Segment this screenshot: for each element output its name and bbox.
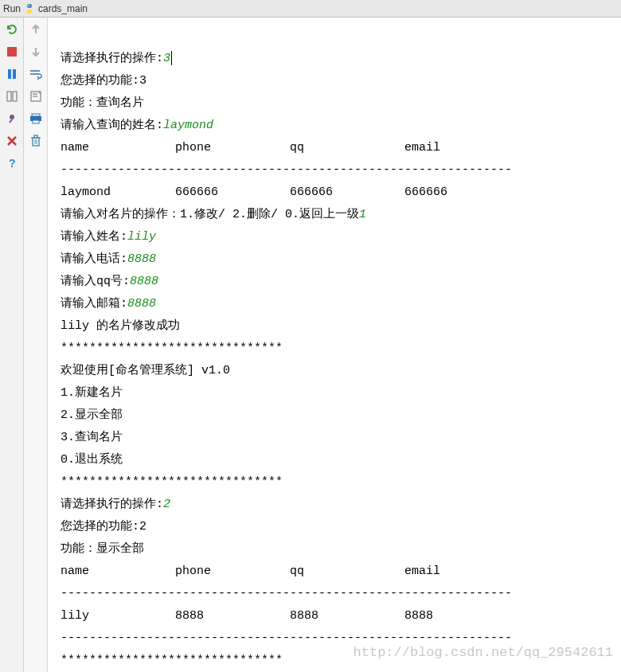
console-line: 您选择的功能:2 [61,516,615,538]
help-button[interactable]: ? [5,156,19,170]
console-prompt-text: name phone qq email [61,565,440,578]
run-toolbar-secondary [24,18,48,672]
console-line: lily 的名片修改成功 [61,315,615,338]
svg-rect-5 [8,69,11,79]
console-line: 功能：显示全部 [61,538,615,561]
svg-rect-1 [27,10,32,14]
scroll-to-end-button[interactable] [29,89,43,104]
console-user-input: laymond [163,119,213,132]
console-prompt-text: ******************************* [61,342,283,355]
console-prompt-text: 1.新建名片 [61,386,123,400]
soft-wrap-button[interactable] [29,67,43,81]
console-prompt-text: 请输入查询的姓名: [61,119,163,132]
console-prompt-text: ******************************* [61,654,283,667]
console-line: 0.退出系统 [61,449,615,471]
pin-button[interactable] [5,111,19,126]
svg-rect-24 [34,135,37,138]
python-file-icon [24,3,35,14]
up-arrow-button[interactable] [29,22,43,37]
pause-button[interactable] [5,67,19,81]
svg-rect-19 [32,114,40,116]
console-line: 您选择的功能:3 [61,70,615,92]
console-line: 请输入查询的姓名:laymond [61,115,615,137]
console-prompt-text: name phone qq email [61,141,440,154]
console-prompt-text: 欢迎使用[命名管理系统] v1.0 [61,364,230,377]
console-line: ******************************* [61,650,615,672]
svg-rect-21 [33,120,39,123]
console-prompt-text: laymond 666666 666666 666666 [61,186,447,199]
console-line: 请选择执行的操作:2 [61,494,615,516]
run-tab-bar: Run cards_main [0,0,621,18]
console-prompt-text: 请输入邮箱: [61,297,127,311]
console-prompt-text: 2.显示全部 [61,408,123,422]
svg-point-9 [10,115,14,119]
console-user-input: 2 [163,498,170,511]
console-user-input: 8888 [130,275,158,288]
svg-rect-8 [13,92,17,101]
console-prompt-text: 0.退出系统 [61,453,123,467]
console-output[interactable]: 请选择执行的操作:3您选择的功能:3功能：查询名片请输入查询的姓名:laymon… [48,18,621,672]
console-line: ******************************* [61,338,615,360]
console-line: name phone qq email [61,561,615,583]
console-prompt-text: 3.查询名片 [61,431,123,444]
console-line: 1.新建名片 [61,382,615,404]
console-line: ----------------------------------------… [61,583,615,605]
console-prompt-text: 请输入姓名: [61,230,127,244]
console-line: 请输入邮箱:8888 [61,293,615,315]
svg-rect-22 [33,138,39,146]
rerun-button[interactable] [5,22,19,37]
stop-button[interactable] [5,45,19,59]
console-user-input: lily [127,230,156,244]
svg-rect-7 [7,92,11,101]
console-prompt-text: 请输入qq号: [61,275,130,288]
console-line: 2.显示全部 [61,404,615,427]
console-prompt-text: lily 8888 8888 8888 [61,609,433,623]
console-line: 3.查询名片 [61,427,615,449]
console-line: ----------------------------------------… [61,159,615,182]
console-prompt-text: 请输入电话: [61,252,127,266]
trash-button[interactable] [29,134,43,148]
close-button[interactable] [5,134,19,148]
print-button[interactable] [29,111,43,126]
console-prompt-text: lily 的名片修改成功 [61,319,180,333]
run-toolbar-primary: ? [0,18,24,672]
console-line: 欢迎使用[命名管理系统] v1.0 [61,360,615,382]
console-line: 请选择执行的操作:3 [61,48,615,70]
svg-rect-0 [27,4,32,8]
svg-point-3 [29,11,31,13]
console-line: 功能：查询名片 [61,92,615,115]
run-file-name: cards_main [38,3,88,14]
console-line: ----------------------------------------… [61,627,615,650]
console-line: laymond 666666 666666 666666 [61,182,615,204]
console-prompt-text: 功能：显示全部 [61,542,144,556]
console-prompt-text: 请输入对名片的操作：1.修改/ 2.删除/ 0.返回上一级 [61,208,359,221]
console-user-input: 1 [359,208,366,221]
console-line: 请输入姓名:lily [61,226,615,248]
console-prompt-text: ----------------------------------------… [61,587,512,600]
console-prompt-text: 您选择的功能:3 [61,74,146,88]
console-prompt-text: 请选择执行的操作: [61,52,163,65]
layout-button[interactable] [5,89,19,104]
console-user-input: 8888 [127,252,156,266]
console-prompt-text: 请选择执行的操作: [61,498,163,511]
svg-text:?: ? [9,158,16,169]
console-prompt-text: ----------------------------------------… [61,631,512,645]
down-arrow-button[interactable] [29,45,43,59]
console-prompt-text: 您选择的功能:2 [61,520,146,533]
run-tab-label: Run [3,3,21,14]
svg-line-10 [10,119,12,123]
console-line: 请输入qq号:8888 [61,271,615,293]
text-caret [171,51,172,65]
console-line: 请输入对名片的操作：1.修改/ 2.删除/ 0.返回上一级1 [61,204,615,226]
console-prompt-text: ----------------------------------------… [61,163,512,177]
svg-rect-4 [7,47,17,57]
svg-point-2 [28,5,29,6]
console-line: name phone qq email [61,137,615,159]
console-prompt-text: ******************************* [61,475,283,489]
console-prompt-text: 功能：查询名片 [61,96,144,110]
console-user-input: 8888 [127,297,156,311]
console-line: lily 8888 8888 8888 [61,605,615,627]
svg-rect-6 [13,69,16,79]
console-user-input: 3 [163,52,170,65]
console-line: 请输入电话:8888 [61,248,615,271]
